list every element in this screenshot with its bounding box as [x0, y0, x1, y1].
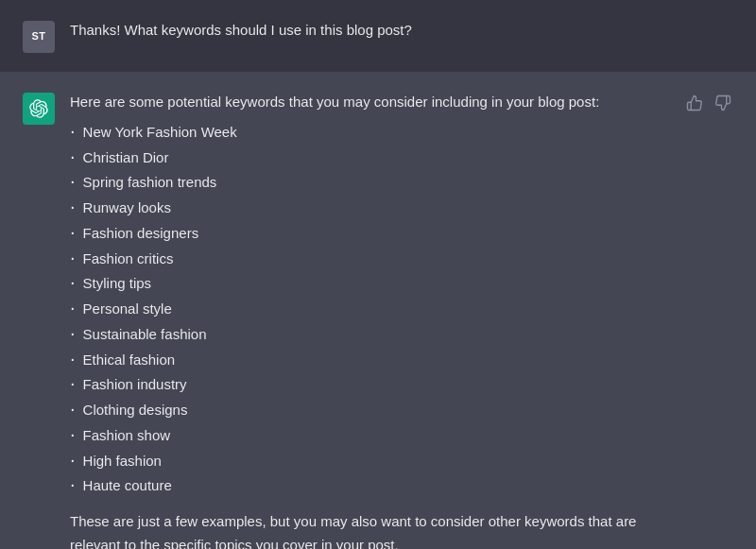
- keyword-item: Haute couture: [70, 473, 673, 499]
- feedback-icons: [684, 93, 733, 116]
- openai-logo-icon: [29, 99, 48, 118]
- ai-avatar: [23, 93, 55, 125]
- assistant-message-content: Here are some potential keywords that yo…: [70, 91, 733, 549]
- keyword-item: Fashion show: [70, 423, 673, 449]
- keyword-item: Fashion industry: [70, 372, 673, 398]
- keyword-item: Runway looks: [70, 196, 673, 221]
- footer-text: These are just a few examples, but you m…: [70, 510, 673, 549]
- assistant-intro: Here are some potential keywords that yo…: [70, 91, 673, 549]
- keyword-item: Christian Dior: [70, 146, 673, 171]
- user-initials: ST: [31, 28, 45, 45]
- user-message: ST Thanks! What keywords should I use in…: [0, 0, 756, 72]
- thumbs-up-icon[interactable]: [684, 93, 705, 116]
- chat-container: ST Thanks! What keywords should I use in…: [0, 0, 756, 549]
- user-avatar: ST: [23, 21, 55, 53]
- keyword-item: High fashion: [70, 449, 673, 474]
- user-message-content: Thanks! What keywords should I use in th…: [70, 19, 733, 43]
- intro-text: Here are some potential keywords that yo…: [70, 94, 599, 110]
- keyword-item: Fashion designers: [70, 221, 673, 247]
- keyword-item: Sustainable fashion: [70, 322, 673, 348]
- keyword-item: Styling tips: [70, 271, 673, 297]
- keyword-list: New York Fashion WeekChristian DiorSprin…: [70, 120, 673, 499]
- keyword-item: New York Fashion Week: [70, 120, 673, 146]
- keyword-item: Fashion critics: [70, 247, 673, 272]
- keyword-item: Spring fashion trends: [70, 170, 673, 196]
- keyword-item: Ethical fashion: [70, 348, 673, 373]
- message-header: Here are some potential keywords that yo…: [70, 91, 733, 549]
- user-message-text: Thanks! What keywords should I use in th…: [70, 22, 412, 38]
- thumbs-down-icon[interactable]: [713, 93, 733, 116]
- keyword-item: Clothing designs: [70, 398, 673, 423]
- assistant-message: Here are some potential keywords that yo…: [0, 72, 756, 549]
- keyword-item: Personal style: [70, 297, 673, 322]
